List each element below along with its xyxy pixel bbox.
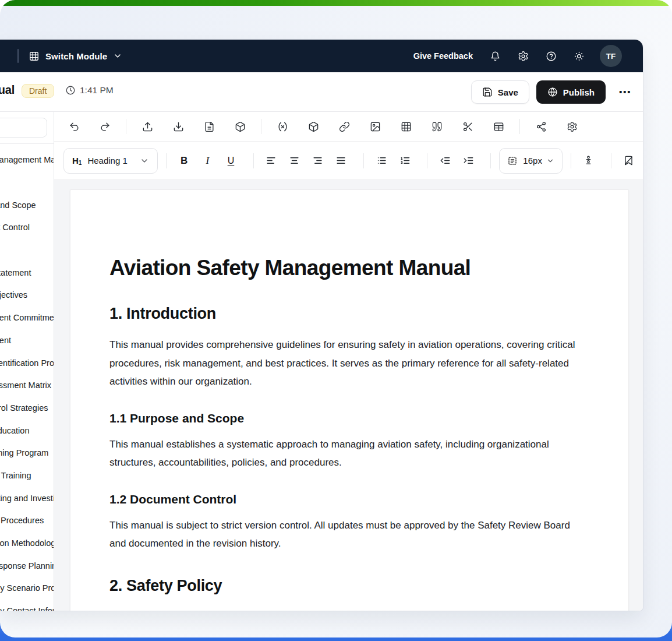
outline-item[interactable]: 2.2 Safety Objectives (0, 284, 54, 307)
outline-item-label: 6. Emergency Response Planning (0, 561, 54, 570)
outline-item-label: 3.1 Hazard Identification Process (0, 358, 54, 368)
scissors-button[interactable] (457, 116, 478, 137)
table-button[interactable] (488, 116, 509, 137)
globe-icon (547, 87, 558, 97)
share-button[interactable] (530, 116, 551, 137)
outline-item[interactable]: 3.2 Risk Assessment Matrix (0, 374, 54, 397)
outline-item[interactable]: 2. Safety Policy (0, 239, 54, 262)
underline-button[interactable]: U (221, 150, 240, 171)
align-right-button[interactable] (309, 150, 327, 171)
image-button[interactable] (365, 116, 385, 137)
top-nav: Switch Module Give Feedback (0, 40, 643, 72)
save-label: Save (498, 87, 518, 97)
outline-item-label: 2.2 Safety Objectives (0, 290, 27, 300)
toolbar-separator (519, 119, 520, 134)
redo-button[interactable] (94, 116, 115, 137)
bold-button[interactable]: B (175, 150, 193, 171)
quote-button[interactable] (426, 116, 447, 137)
outline-item[interactable]: 6.2 Emergency Contact Information (0, 600, 54, 611)
more-menu-button[interactable]: ⋯ (615, 85, 635, 99)
outline-item[interactable]: 4.1 Initial Training Program (0, 442, 54, 464)
outline-item[interactable]: 6.1 Emergency Scenario Procedures (0, 577, 54, 600)
switch-module-button[interactable]: Switch Module (29, 51, 122, 62)
link-button[interactable] (334, 116, 355, 137)
download-button[interactable] (168, 116, 189, 137)
settings-button[interactable] (561, 116, 582, 137)
italic-button[interactable]: I (198, 150, 217, 171)
editor-body: Aviation Safety Management Manual 1. Int… (0, 112, 643, 611)
outline-item[interactable]: 4. Training and Education (0, 419, 54, 442)
document-block: 1. Introduction (109, 304, 589, 323)
outline-item[interactable]: 1. Introduction (0, 171, 54, 194)
font-size-dropdown[interactable]: 16px (499, 148, 563, 174)
toolbar-separator (363, 153, 364, 168)
grid-button[interactable] (395, 116, 416, 137)
font-size-value: 16px (523, 156, 542, 165)
doc-header: Aviation Safety Management Manual Draft … (0, 72, 643, 112)
outline-item[interactable]: 5. Incident Reporting and Investigation (0, 487, 54, 509)
outline-item[interactable]: 1.1 Purpose and Scope (0, 193, 54, 216)
font-size-box-icon (507, 156, 518, 166)
outline-item-label: 1.2 Document Control (0, 223, 30, 232)
variable-button[interactable] (272, 116, 293, 137)
outline-item-label: 2.3 Management Commitment (0, 313, 54, 322)
toolbar-separator (261, 119, 261, 134)
outline-item-label: 6.2 Emergency Contact Information (0, 606, 54, 611)
block-spacing-button[interactable] (579, 150, 598, 171)
time-text: 1:41 PM (80, 85, 114, 96)
publish-button[interactable]: Publish (536, 80, 606, 104)
outline-item[interactable]: 3. Risk Management (0, 329, 54, 352)
align-center-button[interactable] (285, 150, 304, 171)
outline-item[interactable]: 3.1 Hazard Identification Process (0, 351, 54, 374)
chevron-down-icon (113, 51, 122, 61)
component-box-button[interactable] (303, 116, 324, 137)
document-block: This manual establishes a systematic app… (109, 435, 579, 472)
outline-item[interactable]: 5.1 Reporting Procedures (0, 509, 54, 532)
doc-actions: Save Publish ⋯ (471, 80, 635, 104)
upload-button[interactable] (137, 116, 158, 137)
sidebar-search-section (0, 112, 54, 144)
outline-item[interactable]: 1.2 Document Control (0, 216, 54, 239)
toolbar-separator (253, 153, 254, 168)
outline-item[interactable]: 5.2 Investigation Methodology (0, 532, 54, 555)
document-block: 1.2 Document Control (109, 492, 589, 507)
switch-module-label: Switch Module (45, 51, 107, 61)
grid-module-icon (29, 51, 40, 62)
heading-style-dropdown[interactable]: H1 Heading 1 (63, 148, 158, 174)
document-block-text: 2. Safety Policy (109, 577, 222, 594)
outline-item[interactable]: 2.1 Mission Statement (0, 261, 54, 284)
indent-button[interactable] (459, 150, 478, 171)
bell-icon[interactable] (490, 51, 501, 62)
avatar[interactable]: TF (600, 45, 622, 67)
document-outline: Aviation Safety Management Manual 1. Int… (0, 144, 54, 611)
document-page[interactable]: Aviation Safety Management Manual 1. Int… (70, 189, 629, 611)
align-justify-button[interactable] (332, 150, 351, 171)
document-block: Aviation Safety Management Manual (109, 255, 589, 281)
ordered-list-button[interactable] (395, 150, 414, 171)
doc-title: Aviation Safety Management Manual (0, 83, 15, 97)
document-block-text: This manual is subject to strict version… (109, 520, 570, 550)
chevron-down-icon (546, 157, 554, 165)
give-feedback-button[interactable]: Give Feedback (413, 51, 473, 61)
file-text-button[interactable] (199, 116, 220, 137)
undo-button[interactable] (63, 116, 84, 137)
outdent-button[interactable] (436, 150, 454, 171)
box-button[interactable] (229, 116, 250, 137)
outline-item[interactable]: 4.2 Recurrent Training (0, 464, 54, 487)
theme-sun-icon[interactable] (574, 51, 585, 62)
bullet-list-button[interactable] (372, 150, 391, 171)
nav-right-cluster: Give Feedback TF (413, 45, 643, 67)
help-icon[interactable] (546, 51, 557, 62)
bookmark-off-button[interactable] (620, 150, 638, 171)
outline-item[interactable]: 6. Emergency Response Planning (0, 554, 54, 577)
toolbar-separator (427, 153, 427, 168)
outline-item[interactable]: Aviation Safety Management Manual (0, 149, 54, 171)
main-column: H1 Heading 1 B I U (54, 112, 643, 611)
outline-item[interactable]: 3.3 Risk Control Strategies (0, 397, 54, 420)
toolbar-separator (126, 119, 126, 134)
save-button[interactable]: Save (471, 80, 529, 104)
gear-icon[interactable] (518, 51, 529, 62)
outline-item[interactable]: 2.3 Management Commitment (0, 307, 54, 329)
align-left-button[interactable] (261, 150, 280, 171)
search-input[interactable] (0, 118, 47, 138)
